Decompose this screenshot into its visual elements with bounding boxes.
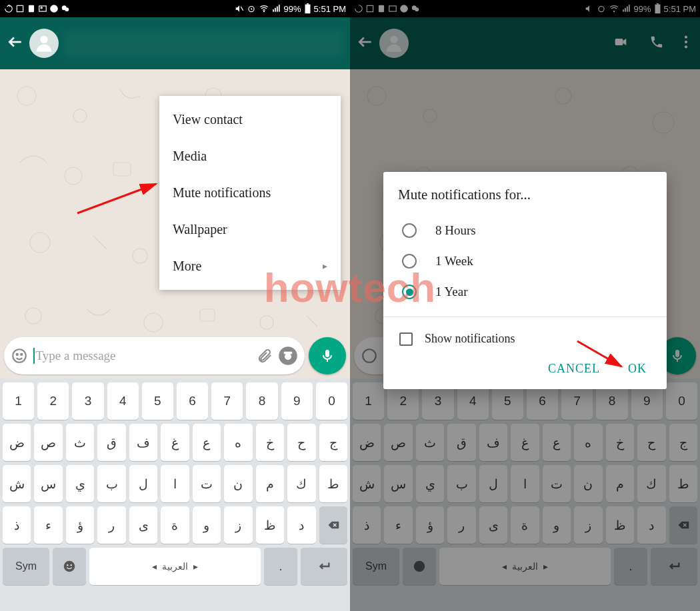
ok-button[interactable]: OK — [628, 362, 647, 376]
svg-point-30 — [25, 308, 41, 324]
svg-point-22 — [65, 167, 82, 185]
key[interactable]: ح — [287, 424, 315, 461]
back-icon[interactable] — [7, 33, 24, 53]
key[interactable]: ذ — [3, 506, 31, 544]
kbd-row-2: ضصثقفغعهخحج — [3, 424, 347, 461]
signal-icon — [272, 4, 281, 13]
key-space[interactable]: ◂ العربية ▸ — [89, 548, 261, 585]
svg-rect-10 — [273, 9, 274, 12]
key[interactable]: 5 — [142, 382, 173, 420]
key-settings[interactable] — [53, 548, 86, 585]
key[interactable]: د — [287, 506, 315, 544]
status-bar: 99% 5:51 PM — [0, 0, 350, 17]
key[interactable]: ل — [129, 465, 157, 502]
key-dot[interactable]: . — [264, 548, 297, 585]
key[interactable]: 6 — [177, 382, 208, 420]
svg-rect-15 — [305, 5, 310, 14]
svg-point-36 — [17, 354, 18, 355]
svg-rect-0 — [17, 5, 23, 11]
svg-point-27 — [133, 249, 147, 263]
screen-left: 99% 5:51 PM — [0, 0, 350, 611]
key[interactable]: 2 — [37, 382, 69, 420]
key[interactable]: ف — [129, 424, 157, 461]
radio-8-hours[interactable]: 8 Hours — [398, 215, 652, 246]
kbd-row-numbers: 1234567890 — [3, 382, 347, 420]
key[interactable]: غ — [161, 424, 189, 461]
key[interactable]: ص — [34, 424, 62, 461]
menu-media[interactable]: Media — [159, 138, 341, 175]
dialog-title: Mute notifications for... — [398, 187, 652, 203]
key[interactable]: ى — [129, 506, 157, 544]
message-input[interactable]: Type a message — [4, 337, 305, 374]
svg-point-9 — [263, 11, 264, 12]
key[interactable]: ت — [193, 465, 221, 502]
key[interactable]: 4 — [107, 382, 139, 420]
key[interactable]: ن — [224, 465, 252, 502]
key[interactable]: ي — [66, 465, 94, 502]
key[interactable]: ء — [34, 506, 62, 544]
key[interactable]: ث — [66, 424, 94, 461]
avatar[interactable] — [29, 29, 59, 58]
key[interactable]: 1 — [3, 382, 34, 420]
alarm-icon — [247, 4, 256, 13]
key[interactable]: ض — [3, 424, 31, 461]
kbd-row-4: ذءؤرىةوزظد — [3, 506, 347, 544]
key[interactable]: 3 — [72, 382, 103, 420]
key-enter[interactable] — [301, 548, 347, 585]
camera-icon[interactable] — [278, 346, 298, 366]
key-sym[interactable]: Sym — [3, 548, 49, 585]
radio-1-week[interactable]: 1 Week — [398, 246, 652, 277]
key[interactable]: ق — [97, 424, 125, 461]
key[interactable]: ا — [161, 465, 189, 502]
message-placeholder: Type a message — [33, 348, 251, 364]
whatsapp-icon — [49, 4, 59, 13]
key[interactable]: و — [193, 506, 221, 544]
svg-line-7 — [241, 7, 243, 11]
radio-1-year[interactable]: 1 Year — [398, 277, 652, 307]
key[interactable]: 9 — [281, 382, 313, 420]
key[interactable]: ط — [319, 465, 347, 502]
key[interactable]: 0 — [316, 382, 347, 420]
key[interactable]: ه — [224, 424, 252, 461]
svg-point-26 — [30, 233, 50, 253]
key[interactable]: س — [34, 465, 62, 502]
svg-point-39 — [285, 353, 291, 360]
menu-wallpaper[interactable]: Wallpaper — [159, 211, 341, 248]
sync-icon — [4, 4, 13, 13]
svg-point-47 — [71, 564, 72, 566]
menu-mute-notifications[interactable]: Mute notifications — [159, 175, 341, 211]
key[interactable]: ر — [97, 506, 125, 544]
key[interactable]: ع — [193, 424, 221, 461]
key[interactable]: ش — [3, 465, 31, 502]
key[interactable]: ة — [161, 506, 189, 544]
svg-rect-41 — [325, 350, 329, 357]
key[interactable]: ؤ — [66, 506, 94, 544]
key[interactable]: ج — [319, 424, 347, 461]
mute-dialog: Mute notifications for... 8 Hours 1 Week… — [383, 172, 667, 389]
show-notifications-checkbox[interactable]: Show notifications — [398, 328, 652, 350]
svg-point-45 — [64, 561, 75, 572]
key[interactable]: م — [256, 465, 284, 502]
attach-icon[interactable] — [257, 348, 273, 364]
contact-name-blurred[interactable] — [64, 30, 343, 57]
battery-icon — [304, 3, 311, 14]
mic-button[interactable] — [309, 337, 346, 374]
chat-input-bar: Type a message — [4, 337, 346, 374]
wifi-icon — [259, 4, 269, 13]
cancel-button[interactable]: CANCEL — [548, 362, 600, 376]
key[interactable]: ك — [287, 465, 315, 502]
svg-point-4 — [50, 5, 58, 13]
key[interactable]: ز — [224, 506, 252, 544]
menu-more[interactable]: More▸ — [159, 248, 341, 285]
svg-point-46 — [67, 564, 68, 566]
key-backspace[interactable] — [319, 506, 347, 544]
menu-view-contact[interactable]: View contact — [159, 101, 341, 138]
key[interactable]: 8 — [246, 382, 277, 420]
key[interactable]: خ — [256, 424, 284, 461]
key[interactable]: ظ — [256, 506, 284, 544]
key[interactable]: 7 — [211, 382, 243, 420]
svg-rect-13 — [278, 5, 279, 12]
emoji-icon[interactable] — [11, 347, 28, 364]
key[interactable]: ب — [97, 465, 125, 502]
svg-point-6 — [65, 7, 69, 11]
